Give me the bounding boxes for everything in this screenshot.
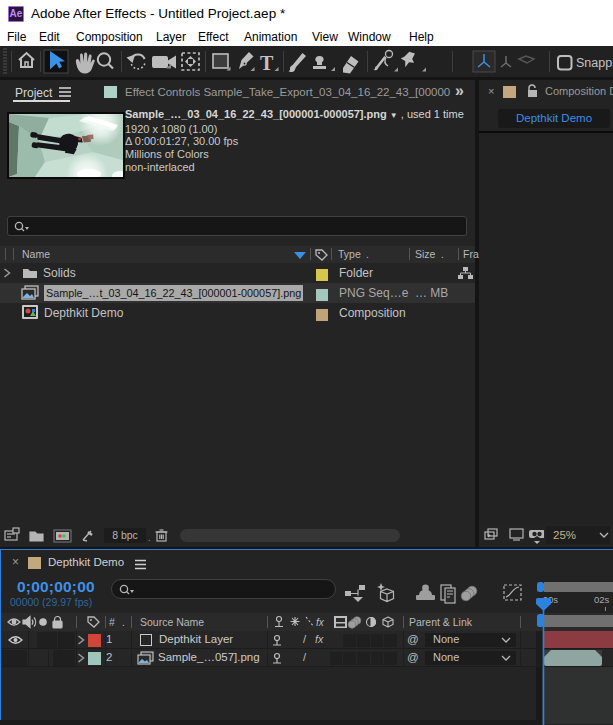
svg-text:T: T — [260, 52, 274, 74]
svg-text:Snapping: Snapping — [576, 56, 613, 70]
svg-text:fx: fx — [316, 617, 325, 628]
